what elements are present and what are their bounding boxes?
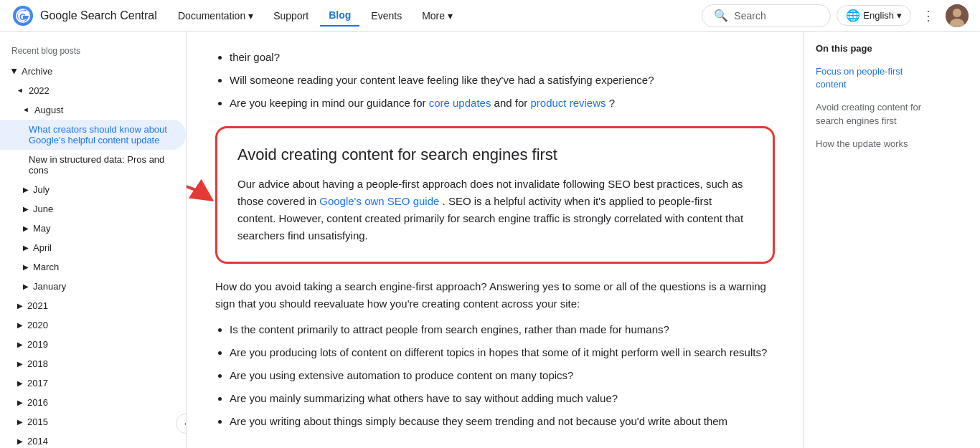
search-label: Search [734,10,765,22]
sidebar-month-july[interactable]: ▶ July [0,180,186,199]
sidebar-month-august[interactable]: ▼ August [0,100,186,120]
section-body: Our advice about having a people-first a… [237,176,753,244]
nav-right-controls: 🌐 English ▾ ⋮ [837,4,969,27]
chevron-icon: ▶ [17,360,23,368]
list-item: Are you keeping in mind our guidance for… [230,95,775,112]
google-logo-icon: G [11,4,34,27]
chevron-icon: ▶ [17,418,23,426]
left-sidebar: Recent blog posts ▶ Archive ▼ 2022 ▼ Aug… [0,32,187,448]
nav-support[interactable]: Support [265,6,317,26]
sidebar-year-2019[interactable]: ▶ 2019 [0,335,186,354]
dots-vertical-icon: ⋮ [922,8,936,24]
chevron-icon: ▶ [17,302,23,310]
user-avatar[interactable] [946,4,969,27]
list-item: Are you mainly summarizing what others h… [230,390,775,407]
highlighted-section-container: Avoid creating content for search engine… [215,126,775,264]
search-icon: 🔍 [714,9,728,22]
chevron-icon: ▶ [11,69,19,75]
list-item: Are you writing about things simply beca… [230,413,775,430]
chevron-icon: ▶ [23,282,29,290]
chevron-down-icon-lang: ▾ [897,10,902,21]
sidebar-year-2014[interactable]: ▶ 2014 [0,432,186,448]
svg-text:G: G [19,12,26,22]
chevron-icon: ▶ [17,379,23,387]
chevron-down-icon-more: ▾ [448,10,453,22]
warning-list: Is the content primarily to attract peop… [230,321,775,430]
chevron-icon: ▶ [17,437,23,445]
chevron-icon: ▶ [23,186,29,194]
main-content: their goal? Will someone reading your co… [187,32,804,448]
search-bar[interactable]: 🔍 Search [702,4,831,27]
chevron-icon: ▼ [17,87,24,95]
list-item: their goal? [230,49,775,66]
sidebar-month-march[interactable]: ▶ March [0,257,186,277]
avatar-image [946,4,969,27]
core-updates-link[interactable]: core updates [429,97,491,109]
highlight-box: Avoid creating content for search engine… [215,126,775,264]
sidebar-month-may[interactable]: ▶ May [0,219,186,238]
table-of-contents: On this page Focus on people-first conte… [804,32,947,448]
chevron-icon: ▶ [23,224,29,232]
nav-more[interactable]: More ▾ [413,6,461,26]
sidebar-year-2016[interactable]: ▶ 2016 [0,393,186,412]
seo-guide-link[interactable]: Google's own SEO guide [319,195,439,207]
top-navigation: G Google Search Central Documentation ▾ … [0,0,980,32]
chevron-down-icon: ▾ [248,10,253,22]
sidebar-year-2018[interactable]: ▶ 2018 [0,354,186,373]
list-item: Are you using extensive automation to pr… [230,367,775,384]
sidebar-post-structured-data[interactable]: New in structured data: Pros and cons [0,150,186,180]
nav-events[interactable]: Events [362,6,410,26]
sidebar-year-2022[interactable]: ▼ 2022 [0,81,186,100]
sidebar-year-2015[interactable]: ▶ 2015 [0,412,186,432]
nav-documentation[interactable]: Documentation ▾ [169,6,262,26]
sidebar-year-2020[interactable]: ▶ 2020 [0,315,186,335]
chevron-icon: ▶ [23,263,29,271]
toc-item-how-update-works[interactable]: How the update works [816,135,936,153]
red-arrow [187,173,212,216]
chevron-left-icon: ‹ [184,419,187,429]
sidebar-archive[interactable]: ▶ Archive [0,62,186,81]
language-selector[interactable]: 🌐 English ▾ [837,5,911,26]
chevron-icon: ▶ [17,321,23,329]
sidebar-section-title: Recent blog posts [0,40,186,62]
chevron-icon: ▶ [23,205,29,213]
nav-blog[interactable]: Blog [320,5,359,27]
warning-intro: How do you avoid taking a search engine-… [215,278,775,313]
sidebar-year-2021[interactable]: ▶ 2021 [0,296,186,315]
svg-point-4 [953,9,961,17]
toc-item-avoid-search-engines[interactable]: Avoid creating content for search engine… [816,98,936,130]
list-item: Is the content primarily to attract peop… [230,321,775,338]
nav-links: Documentation ▾ Support Blog Events More… [169,5,696,27]
site-logo[interactable]: G Google Search Central [11,4,169,27]
list-item: Are you producing lots of content on dif… [230,344,775,361]
more-options-button[interactable]: ⋮ [917,4,940,27]
sidebar-month-april[interactable]: ▶ April [0,238,186,257]
logo-text: Google Search Central [40,9,157,22]
chevron-icon: ▶ [23,244,29,252]
sidebar-post-helpful-content[interactable]: What creators should know about Google's… [0,120,186,150]
toc-item-people-first[interactable]: Focus on people-first content [816,62,936,94]
main-layout: Recent blog posts ▶ Archive ▼ 2022 ▼ Aug… [0,32,980,448]
sidebar-month-january[interactable]: ▶ January [0,277,186,296]
toc-title: On this page [816,43,936,54]
list-item: Will someone reading your content leave … [230,72,775,89]
section-heading: Avoid creating content for search engine… [237,146,753,164]
chevron-icon: ▶ [17,340,23,348]
chevron-icon: ▼ [22,107,30,114]
product-reviews-link[interactable]: product reviews [530,97,606,109]
sidebar-month-june[interactable]: ▶ June [0,199,186,219]
chevron-icon: ▶ [17,399,23,406]
globe-icon: 🌐 [846,9,860,22]
sidebar-year-2017[interactable]: ▶ 2017 [0,373,186,393]
